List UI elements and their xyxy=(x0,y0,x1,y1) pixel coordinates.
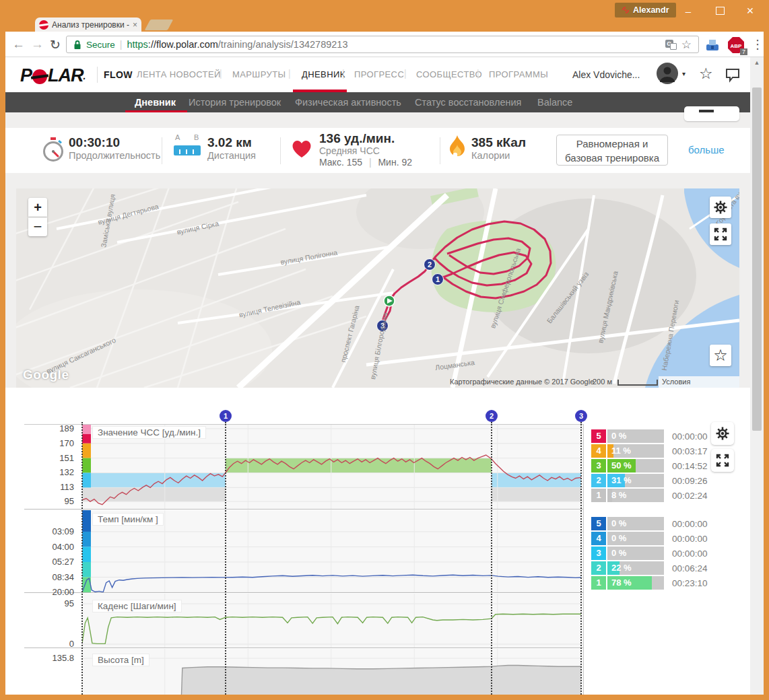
tab-close-icon[interactable]: × xyxy=(133,20,137,30)
user-caret-icon[interactable]: ▾ xyxy=(682,70,686,77)
zone-percent: 22 % xyxy=(611,561,632,575)
stopwatch-icon xyxy=(42,137,65,164)
heart-icon xyxy=(290,137,314,159)
forward-button[interactable]: → xyxy=(31,37,44,52)
site-header: PLAR. FLOW ЛЕНТА НОВОСТЕЙ | МАРШРУТЫ | Д… xyxy=(5,57,750,92)
avg-hr-label: Средняя ЧСС xyxy=(319,145,380,156)
hr-chart-label: Значение ЧСС [уд./мин.] xyxy=(92,426,206,439)
nav-progress[interactable]: ПРОГРЕСС xyxy=(354,69,404,79)
lap-marker[interactable]: 1 xyxy=(220,410,232,422)
favorite-star-icon[interactable]: ☆ xyxy=(699,65,713,83)
subnav-diary[interactable]: Дневник xyxy=(135,97,176,108)
expand-icon xyxy=(715,453,730,468)
extension-icon[interactable] xyxy=(704,38,721,53)
maximize-button[interactable] xyxy=(708,3,731,19)
reload-button[interactable]: ↻ xyxy=(50,37,61,53)
map-zoom-in-button[interactable]: + xyxy=(28,198,47,217)
altitude-chart[interactable] xyxy=(82,649,583,700)
nav-diary[interactable]: ДНЕВНИК xyxy=(302,69,345,79)
feedback-icon[interactable] xyxy=(725,67,741,83)
zone-percent: 50 % xyxy=(611,459,632,473)
new-tab-button[interactable] xyxy=(145,20,174,30)
adblock-badge: 7 xyxy=(740,48,747,55)
pace-axis-tick: 04:00 xyxy=(20,542,74,552)
url-bar[interactable]: Secure | https://flow.polar.com/training… xyxy=(66,36,699,53)
browser-profile-chip[interactable]: Alexandr xyxy=(615,3,676,18)
minimize-button[interactable]: – xyxy=(677,3,700,19)
pace-axis-tick: 03:09 xyxy=(20,526,74,536)
zone-bar: 11 % xyxy=(607,444,664,458)
scrollbar-up-icon[interactable]: ▲ xyxy=(750,57,764,66)
lap-line xyxy=(225,422,226,695)
map-favorite-button[interactable]: ☆ xyxy=(710,345,731,366)
cadence-axis-tick: 0 xyxy=(20,639,74,649)
map-terms-link[interactable]: Условия использования xyxy=(659,376,739,388)
hr-zone-row: 231 %00:09:26 xyxy=(591,474,746,487)
zone-bar: 0 % xyxy=(607,517,664,530)
zone-time: 00:00:00 xyxy=(672,549,708,559)
chart-settings-button[interactable] xyxy=(711,422,734,445)
hr-axis-tick: 113 xyxy=(20,482,74,492)
nav-feed[interactable]: ЛЕНТА НОВОСТЕЙ xyxy=(137,69,221,79)
page-scrollbar[interactable]: ▲ xyxy=(750,57,764,695)
browser-menu-icon[interactable]: ⋮ xyxy=(751,37,764,52)
collapsed-widget-icon xyxy=(699,110,714,112)
zone-bar: 78 % xyxy=(607,576,664,590)
window-frame xyxy=(0,0,5,700)
nav-flow[interactable]: FLOW xyxy=(104,69,133,80)
hr-minmax: Макс. 155 | Мин. 92 xyxy=(319,157,412,168)
zone-number: 3 xyxy=(591,547,606,560)
zone-time: 00:00:00 xyxy=(672,519,708,529)
subnav-activity[interactable]: Физическая активность xyxy=(295,97,401,108)
tab-title: Анализ тренировки - Po xyxy=(52,20,130,30)
pace-axis-tick: 08:34 xyxy=(20,572,74,582)
map-zoom-out-button[interactable]: − xyxy=(28,217,47,236)
chart-fullscreen-button[interactable] xyxy=(711,449,734,472)
subnav-history[interactable]: История тренировок xyxy=(189,97,281,108)
map-settings-button[interactable] xyxy=(710,197,731,218)
zone-time: 00:09:26 xyxy=(672,476,708,486)
nav-programs[interactable]: ПРОГРАММЫ xyxy=(489,69,548,79)
translate-icon[interactable]: G xyxy=(665,40,677,50)
distance-ruler-icon xyxy=(174,145,201,155)
training-benefit-button[interactable]: Равномерная и базовая тренировка xyxy=(556,135,668,166)
subnav-recovery[interactable]: Статус восстановления xyxy=(415,97,521,108)
back-button[interactable]: ← xyxy=(12,37,25,52)
subnav-active-underline xyxy=(125,110,187,112)
scrollbar-thumb[interactable] xyxy=(752,88,762,431)
lap-marker[interactable]: 2 xyxy=(486,410,498,422)
zone-number: 2 xyxy=(591,561,606,575)
polar-favicon xyxy=(39,20,48,30)
divider: | xyxy=(342,68,345,79)
pace-axis-tick: 05:27 xyxy=(20,557,74,567)
polar-logo[interactable]: PLAR. xyxy=(20,65,85,86)
collapsed-widget[interactable] xyxy=(684,106,739,121)
subnav-balance[interactable]: Balance xyxy=(537,97,572,108)
nav-community[interactable]: СООБЩЕСТВО xyxy=(416,69,482,79)
divider: | xyxy=(404,68,407,79)
browser-tab[interactable]: Анализ тренировки - Po × xyxy=(35,18,141,32)
pace-zone-row: 50 %00:00:00 xyxy=(591,517,746,530)
zone-time: 00:00:00 xyxy=(672,534,708,544)
divider: | xyxy=(220,68,222,79)
chart-right-border xyxy=(583,424,584,695)
bookmark-star-icon[interactable]: ☆ xyxy=(681,38,692,52)
lap-marker[interactable]: 3 xyxy=(575,410,587,422)
secure-lock-icon xyxy=(73,40,81,50)
pace-zone-row: 178 %00:23:10 xyxy=(591,576,746,590)
route-map[interactable]: 123 вулиця Дегтярьовавулиця СіркаЗаміськ… xyxy=(16,188,739,388)
zone-number: 3 xyxy=(591,459,606,473)
hr-axis-tick: 170 xyxy=(20,438,74,448)
nav-routes[interactable]: МАРШРУТЫ xyxy=(232,69,286,79)
close-button[interactable]: × xyxy=(739,3,762,19)
more-link[interactable]: больше xyxy=(688,144,725,155)
map-fullscreen-button[interactable] xyxy=(710,223,731,245)
zone-time: 00:03:17 xyxy=(672,446,708,456)
avatar[interactable] xyxy=(656,62,679,85)
zone-bar: 50 % xyxy=(607,459,664,473)
altitude-chart-label: Высота [m] xyxy=(92,654,149,666)
user-menu[interactable]: Alex Vdoviche... xyxy=(572,69,640,80)
duration-label: Продолжительность xyxy=(69,150,160,161)
adblock-icon[interactable]: ABP 7 xyxy=(727,36,745,54)
zone-number: 1 xyxy=(591,489,606,502)
